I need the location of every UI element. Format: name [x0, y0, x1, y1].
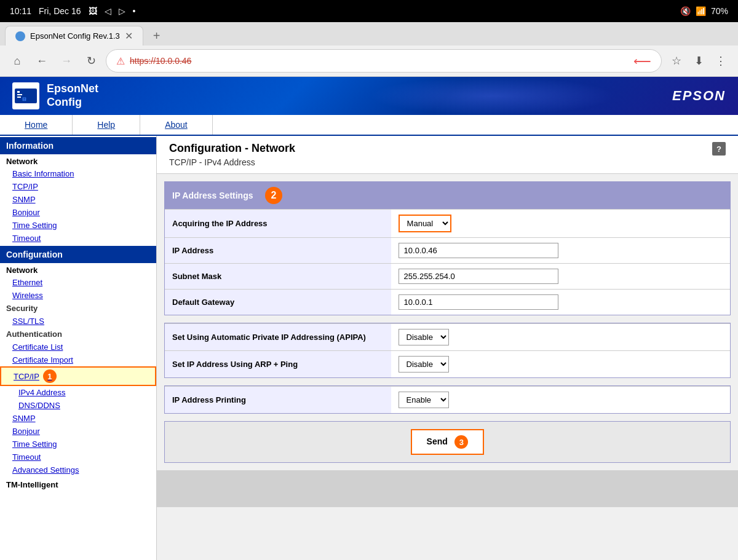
- cert-import-link[interactable]: Certificate Import: [0, 353, 156, 366]
- home-button[interactable]: ⌂: [7, 51, 27, 71]
- badge-1: 1: [43, 369, 57, 383]
- battery-display: 70%: [711, 6, 728, 16]
- configuration-header: Configuration: [0, 246, 156, 263]
- status-bar-left: 10:11 Fri, Dec 16 🖼 ◁ ▷ •: [10, 6, 135, 16]
- acquiring-select[interactable]: Manual Auto DHCP BOOTP RARP: [399, 215, 451, 232]
- acquiring-label: Acquiring the IP Address: [165, 210, 391, 238]
- arp-ping-label: Set IP Address Using ARP + Ping: [165, 351, 391, 378]
- gateway-input[interactable]: [399, 294, 558, 310]
- menu-button[interactable]: ⋮: [711, 51, 731, 71]
- content-title-area: Configuration - Network TCP/IP - IPv4 Ad…: [169, 142, 295, 167]
- active-tab[interactable]: EpsonNet Config Rev.1.3 ✕: [5, 26, 143, 45]
- timeout2-link[interactable]: Timeout: [0, 451, 156, 463]
- bonjour2-link[interactable]: Bonjour: [0, 425, 156, 438]
- epson-logo-text: EpsonNet Config: [47, 82, 98, 109]
- arp-ping-row: Set IP Address Using ARP + Ping Disable …: [165, 351, 730, 378]
- mute-icon: 🔇: [680, 6, 691, 16]
- ip-address-value-cell: [391, 238, 730, 264]
- reload-button[interactable]: ↻: [81, 51, 101, 71]
- tm-intelligent: TM-Intelligent: [0, 476, 156, 493]
- wifi-icon: 📶: [696, 6, 706, 16]
- arp-ping-select[interactable]: Disable Enable: [399, 356, 449, 373]
- about-nav-item[interactable]: About: [140, 115, 213, 135]
- help-nav-item[interactable]: Help: [73, 115, 140, 135]
- ip-address-input[interactable]: [399, 243, 558, 258]
- cert-list-link[interactable]: Certificate List: [0, 341, 156, 353]
- gateway-value-cell: [391, 290, 730, 315]
- apipa-label: Set Using Automatic Private IP Addressin…: [165, 324, 391, 351]
- send-area: Send 3: [164, 421, 731, 463]
- tab-favicon: [15, 31, 25, 41]
- printing-label: IP Address Printing: [165, 387, 391, 414]
- information-header: Information: [0, 137, 156, 154]
- svg-rect-3: [17, 97, 21, 98]
- subnet-input[interactable]: [399, 269, 558, 284]
- epson-brand: EPSON: [672, 88, 726, 104]
- snmp1-link[interactable]: SNMP: [0, 193, 156, 206]
- printing-row: IP Address Printing Enable Disable: [165, 387, 730, 414]
- ip-printing-section: IP Address Printing Enable Disable: [164, 385, 731, 414]
- printing-select[interactable]: Enable Disable: [399, 392, 449, 408]
- ipv4-link[interactable]: IPv4 Address: [0, 386, 156, 399]
- apipa-select[interactable]: Disable Enable: [399, 329, 449, 345]
- bookmark-button[interactable]: ☆: [667, 51, 686, 71]
- ip-settings-table: Acquiring the IP Address Manual Auto DHC…: [165, 209, 730, 315]
- epson-logo-icon: ⊟: [12, 82, 39, 109]
- subnet-value-cell: [391, 264, 730, 290]
- home-nav-item[interactable]: Home: [0, 115, 73, 135]
- gateway-row: Default Gateway: [165, 290, 730, 315]
- timesetting1-link[interactable]: Time Setting: [0, 219, 156, 232]
- time-display: 10:11: [10, 6, 31, 16]
- network-label-1: Network: [0, 154, 156, 167]
- basic-information-link[interactable]: Basic Information: [0, 167, 156, 180]
- badge-3: 3: [454, 435, 468, 449]
- help-icon-button[interactable]: ?: [712, 142, 726, 156]
- address-bar[interactable]: ⚠ https://10.0.0.46 ⟵: [106, 49, 662, 73]
- ip-address-settings-section: IP Address Settings 2 Acquiring the IP A…: [164, 181, 731, 315]
- security-warning-icon: ⚠: [116, 55, 125, 67]
- network-label-2: Network: [0, 263, 156, 276]
- tcpip2-link[interactable]: TCP/IP 1: [0, 366, 156, 386]
- badge-2: 2: [265, 187, 282, 204]
- svg-text:⊟: ⊟: [22, 97, 26, 102]
- bonjour1-link[interactable]: Bonjour: [0, 206, 156, 219]
- forward-button[interactable]: →: [57, 51, 76, 71]
- ethernet-link[interactable]: Ethernet: [0, 276, 156, 289]
- timeout1-link[interactable]: Timeout: [0, 232, 156, 245]
- nav-menu: Home Help About: [0, 115, 738, 136]
- subnet-row: Subnet Mask: [165, 264, 730, 290]
- status-bar-right: 🔇 📶 70%: [680, 6, 728, 16]
- wireless-link[interactable]: Wireless: [0, 289, 156, 302]
- advanced-settings-link[interactable]: Advanced Settings: [0, 463, 156, 476]
- new-tab-button[interactable]: +: [148, 26, 165, 45]
- gallery-icon: 🖼: [89, 6, 97, 16]
- page-subtitle: TCP/IP - IPv4 Address: [169, 157, 295, 167]
- main-layout: Information Network Basic Information TC…: [0, 136, 738, 560]
- snmp2-link[interactable]: SNMP: [0, 412, 156, 425]
- status-bar: 10:11 Fri, Dec 16 🖼 ◁ ▷ • 🔇 📶 70%: [0, 0, 738, 22]
- printing-value-cell: Enable Disable: [391, 387, 730, 414]
- page-title: Configuration - Network: [169, 142, 295, 155]
- content-area: Configuration - Network TCP/IP - IPv4 Ad…: [157, 136, 738, 560]
- page-content: ⊟ EpsonNet Config EPSON Home Help About …: [0, 77, 738, 560]
- tab-bar: EpsonNet Config Rev.1.3 ✕ +: [0, 22, 738, 45]
- ip-address-row: IP Address: [165, 238, 730, 264]
- dns-link[interactable]: DNS/DDNS: [0, 399, 156, 412]
- tab-close-button[interactable]: ✕: [125, 30, 133, 42]
- sidebar: Information Network Basic Information TC…: [0, 136, 157, 560]
- download-button[interactable]: ⬇: [689, 51, 708, 71]
- svg-rect-2: [17, 94, 22, 95]
- browser-chrome: EpsonNet Config Rev.1.3 ✕ + ⌂ ← → ↻ ⚠ ht…: [0, 22, 738, 77]
- send-button[interactable]: Send 3: [411, 429, 485, 455]
- tcpip1-link[interactable]: TCP/IP: [0, 180, 156, 193]
- acquiring-row: Acquiring the IP Address Manual Auto DHC…: [165, 210, 730, 238]
- arrow-icon: ⟵: [633, 53, 651, 68]
- media2-icon: ▷: [119, 6, 125, 16]
- timesetting2-link[interactable]: Time Setting: [0, 438, 156, 451]
- ssltls-link[interactable]: SSL/TLS: [0, 315, 156, 328]
- ip-address-label: IP Address: [165, 238, 391, 264]
- apipa-row: Set Using Automatic Private IP Addressin…: [165, 324, 730, 351]
- back-button[interactable]: ←: [32, 51, 52, 71]
- apipa-section: Set Using Automatic Private IP Addressin…: [164, 323, 731, 378]
- dot-indicator: •: [133, 6, 136, 16]
